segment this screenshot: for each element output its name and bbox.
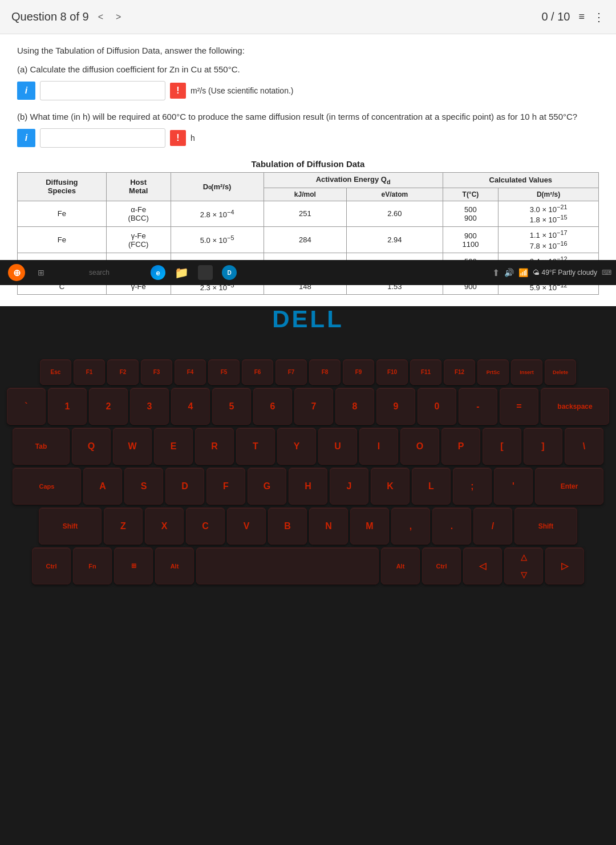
taskbar: ⊕ ⊞ search e 📁 D ⬆ 🔊 📶 🌤 4	[0, 260, 616, 285]
taskbar-folder[interactable]: 📁	[171, 262, 192, 283]
taskbar-edge[interactable]: e	[147, 262, 169, 283]
taskbar-start[interactable]: ⊞	[31, 262, 51, 283]
key-f9[interactable]: F9	[343, 359, 374, 385]
key-z[interactable]: Z	[104, 507, 143, 545]
key-f3[interactable]: F3	[141, 359, 172, 385]
key-x[interactable]: X	[145, 507, 184, 545]
key-b[interactable]: B	[268, 507, 307, 545]
key-8[interactable]: 8	[335, 388, 374, 425]
key-equals[interactable]: =	[500, 388, 538, 425]
key-j[interactable]: J	[330, 468, 368, 505]
key-insert[interactable]: Insert	[511, 359, 542, 385]
key-q[interactable]: Q	[72, 428, 111, 465]
key-f11[interactable]: F11	[410, 359, 441, 385]
key-enter[interactable]: Enter	[535, 468, 603, 505]
key-g[interactable]: G	[248, 468, 286, 505]
taskbar-search[interactable]: ⊕	[5, 262, 29, 283]
col-ev: eV/atom	[347, 188, 443, 201]
key-n[interactable]: N	[309, 507, 348, 545]
key-p[interactable]: P	[441, 428, 480, 465]
key-f7[interactable]: F7	[275, 359, 307, 385]
key-backslash[interactable]: \	[565, 428, 603, 465]
key-f4[interactable]: F4	[175, 359, 206, 385]
key-a[interactable]: A	[83, 468, 122, 505]
key-s[interactable]: S	[124, 468, 163, 505]
key-l[interactable]: L	[412, 468, 451, 505]
more-icon[interactable]: ⋮	[593, 10, 605, 24]
key-w[interactable]: W	[113, 428, 152, 465]
top-bar: Question 8 of 9 < > 0 / 10 ≡ ⋮	[0, 0, 616, 34]
part-b-input[interactable]	[40, 128, 165, 148]
cell-temps: 9001100	[443, 227, 499, 253]
key-i[interactable]: I	[359, 428, 398, 465]
key-d[interactable]: D	[165, 468, 204, 505]
key-7[interactable]: 7	[294, 388, 333, 425]
key-o[interactable]: O	[400, 428, 439, 465]
menu-icon[interactable]: ≡	[578, 11, 585, 23]
key-f2[interactable]: F2	[107, 359, 139, 385]
key-fn[interactable]: Fn	[73, 547, 112, 584]
key-f8[interactable]: F8	[309, 359, 341, 385]
key-backspace[interactable]: backspace	[541, 388, 609, 425]
key-c[interactable]: C	[186, 507, 225, 545]
key-comma[interactable]: ,	[391, 507, 430, 545]
key-bracket-left[interactable]: [	[483, 428, 521, 465]
key-period[interactable]: .	[432, 507, 471, 545]
key-r[interactable]: R	[195, 428, 234, 465]
key-alt-left[interactable]: Alt	[155, 547, 194, 584]
key-arrow-left[interactable]: ◁	[463, 547, 502, 584]
taskbar-search-bar[interactable]: search	[54, 262, 145, 283]
key-u[interactable]: U	[318, 428, 357, 465]
key-9[interactable]: 9	[376, 388, 415, 425]
key-ctrl-right[interactable]: Ctrl	[422, 547, 461, 584]
key-f1[interactable]: F1	[74, 359, 105, 385]
key-tab[interactable]: Tab	[13, 428, 70, 465]
key-e[interactable]: E	[154, 428, 193, 465]
key-space[interactable]	[196, 547, 379, 584]
key-3[interactable]: 3	[130, 388, 169, 425]
key-y[interactable]: Y	[277, 428, 316, 465]
key-quote[interactable]: '	[494, 468, 533, 505]
key-bracket-right[interactable]: ]	[524, 428, 562, 465]
key-win[interactable]: ⊞	[114, 547, 153, 584]
key-t[interactable]: T	[236, 428, 275, 465]
key-k[interactable]: K	[371, 468, 410, 505]
weather-text: 🌤 49°F Partly cloudy	[533, 269, 597, 277]
key-2[interactable]: 2	[89, 388, 128, 425]
key-f6[interactable]: F6	[242, 359, 273, 385]
part-a-input[interactable]	[40, 81, 165, 100]
key-0[interactable]: 0	[418, 388, 456, 425]
key-caps[interactable]: Caps	[13, 468, 81, 505]
key-delete[interactable]: Delete	[545, 359, 576, 385]
key-f12[interactable]: F12	[444, 359, 475, 385]
key-shift-left[interactable]: Shift	[39, 507, 102, 545]
key-1[interactable]: 1	[48, 388, 87, 425]
key-ctrl-left[interactable]: Ctrl	[32, 547, 71, 584]
key-6[interactable]: 6	[253, 388, 292, 425]
key-esc[interactable]: Esc	[40, 359, 71, 385]
key-4[interactable]: 4	[171, 388, 210, 425]
next-arrow[interactable]: >	[112, 11, 124, 23]
key-arrow-updown[interactable]: △ ▽	[504, 547, 543, 584]
key-shift-right[interactable]: Shift	[514, 507, 577, 545]
cell-species: Fe	[18, 227, 107, 253]
key-f10[interactable]: F10	[376, 359, 408, 385]
taskbar-dell-app[interactable]: D	[218, 262, 240, 283]
key-m[interactable]: M	[350, 507, 389, 545]
keyboard-zxcv-row: Shift Z X C V B N M , . / Shift	[0, 507, 616, 545]
key-backtick[interactable]: `	[7, 388, 46, 425]
prev-arrow[interactable]: <	[95, 11, 107, 23]
key-5[interactable]: 5	[212, 388, 251, 425]
key-v[interactable]: V	[227, 507, 266, 545]
key-f[interactable]: F	[206, 468, 245, 505]
key-h[interactable]: H	[289, 468, 327, 505]
keyboard-qwerty-row: Tab Q W E R T Y U I O P [ ] \	[0, 428, 616, 465]
key-prtsc[interactable]: PrtSc	[477, 359, 509, 385]
key-minus[interactable]: -	[459, 388, 497, 425]
key-arrow-right[interactable]: ▷	[545, 547, 584, 584]
key-f5[interactable]: F5	[208, 359, 240, 385]
taskbar-app1[interactable]	[194, 262, 216, 283]
key-semicolon[interactable]: ;	[453, 468, 492, 505]
key-slash[interactable]: /	[473, 507, 512, 545]
key-alt-right[interactable]: Alt	[381, 547, 420, 584]
